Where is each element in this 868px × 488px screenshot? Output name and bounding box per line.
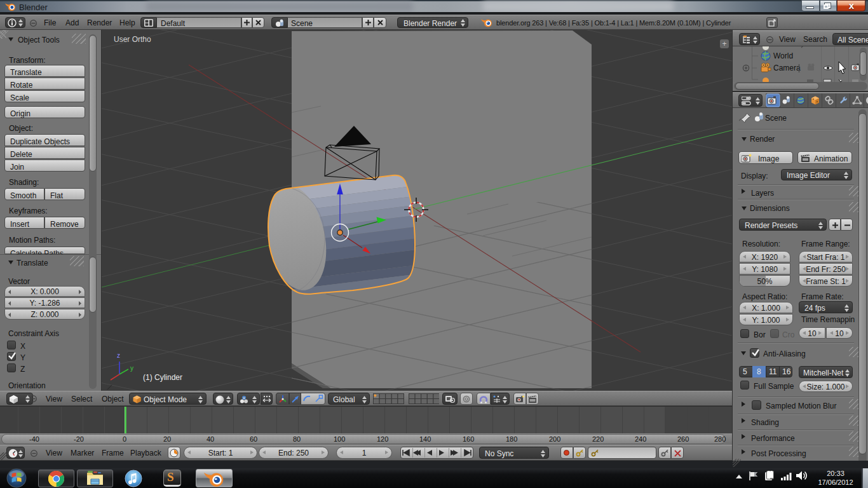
svg-text:(1) Cylinder: (1) Cylinder — [143, 373, 182, 382]
svg-text:User Ortho: User Ortho — [114, 35, 151, 44]
svg-text:y: y — [130, 365, 133, 372]
svg-text:Camera: Camera — [773, 64, 801, 72]
svg-text:z: z — [117, 352, 120, 359]
svg-text:+: + — [722, 39, 727, 48]
svg-text:World: World — [773, 51, 793, 60]
